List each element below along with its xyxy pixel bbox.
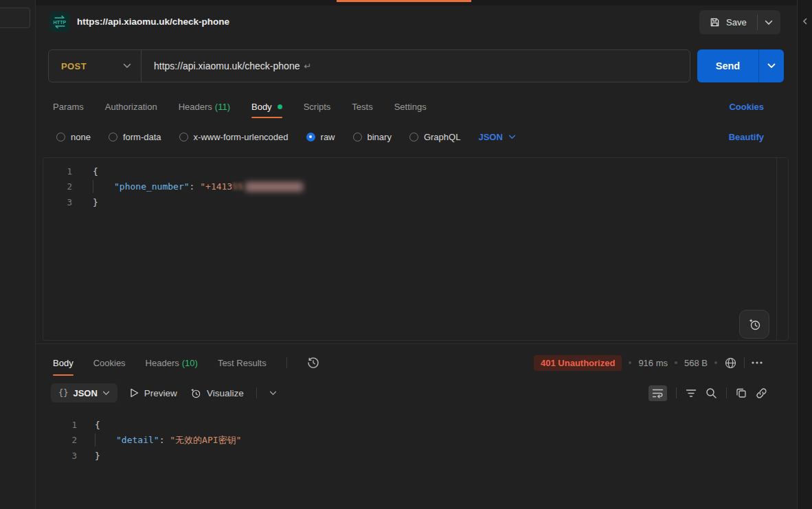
mode-form-data[interactable]: form-data [109,132,161,142]
svg-text:HTTP: HTTP [54,19,67,25]
network-globe-icon[interactable] [724,357,737,370]
workspace-tab-strip [36,0,797,5]
send-dropdown-button[interactable] [759,49,784,82]
tab-headers[interactable]: Headers(11) [179,95,230,118]
collapsed-sidebar-tab[interactable] [0,8,30,28]
separator-dot [629,361,631,364]
language-selector[interactable]: JSON [478,132,515,142]
radio-icon [109,133,117,142]
status-divider [744,357,745,368]
request-header: HTTP https://api.xiaomu.uk/check-phone S… [36,5,797,41]
send-button-group: Send [697,49,784,82]
radio-icon [179,133,188,142]
request-tabs: Params Authorization Headers(11) Body Sc… [36,95,797,118]
res-tab-test-results[interactable]: Test Results [218,350,267,376]
response-toolbar: {} JSON Preview Visualize [36,383,797,403]
response-panel: Body Cookies Headers(10) Test Results 40… [36,343,797,509]
request-url-bar: POST https://api.xiaomu.uk/check-phone ↵ [48,49,690,82]
method-selector[interactable]: POST [49,61,123,71]
tab-params[interactable]: Params [53,95,84,118]
radio-selected-icon [306,133,315,142]
body-mode-row: none form-data x-www-form-urlencoded raw… [36,126,797,147]
right-sidebar-rail [797,0,812,509]
left-sidebar-rail [0,0,36,509]
play-icon [130,388,139,398]
url-return-hint: ↵ [304,61,311,71]
response-history-icon[interactable] [307,357,319,369]
visualize-button[interactable]: Visualize [190,387,244,399]
toolbar-divider [256,387,257,398]
word-wrap-icon[interactable] [649,385,667,401]
indent-guide [93,180,93,193]
more-options-icon[interactable] [752,361,763,364]
radio-icon [409,133,418,142]
postbot-button[interactable] [739,310,769,339]
mode-binary[interactable]: binary [353,132,392,142]
request-body-editor[interactable]: 1 { 2 "phone_number": "+141355 3 } [43,157,789,341]
response-size[interactable]: 568 B [684,358,708,368]
url-input[interactable]: https://api.xiaomu.uk/check-phone [142,60,300,71]
filter-icon[interactable] [686,389,697,398]
radio-icon [56,133,65,142]
response-tabs: Body Cookies Headers(10) Test Results 40… [36,350,797,376]
response-tools-right [649,385,767,401]
collapse-panel-icon[interactable] [802,18,808,25]
redacted-phone-value [245,182,303,192]
copy-icon[interactable] [736,387,747,398]
beautify-link[interactable]: Beautify [729,132,764,142]
headers-count: (11) [215,102,230,112]
active-tab-indicator [337,0,471,2]
save-button[interactable]: Save [699,10,757,34]
response-format-selector[interactable]: {} JSON [51,383,117,403]
tab-authorization[interactable]: Authorization [105,95,157,118]
tabs-divider [286,357,287,368]
tools-divider [676,387,677,398]
indent-guide [95,433,95,446]
method-caret-icon [123,63,131,69]
tab-body[interactable]: Body [251,95,282,118]
response-status-group: 401 Unauthorized 916 ms 568 B [534,355,763,371]
visualize-sparkle-icon [190,387,201,399]
http-method-icon: HTTP [49,12,70,32]
editor-scroll-gutter[interactable] [776,158,777,340]
send-button[interactable]: Send [697,49,758,82]
tab-tests[interactable]: Tests [352,95,372,118]
code-line: 2 "detail": "无效的API密钥" [36,433,797,449]
save-icon [710,17,720,27]
body-modified-dot [278,104,282,109]
res-headers-count: (10) [182,358,198,368]
radio-icon [353,133,362,142]
save-button-group: Save [699,10,780,34]
mode-graphql[interactable]: GraphQL [409,132,460,142]
tab-settings[interactable]: Settings [394,95,427,118]
request-title: https://api.xiaomu.uk/check-phone [77,16,229,27]
code-line: 1 { [36,417,797,433]
separator-dot [714,361,717,364]
code-line: 3 } [36,448,797,464]
mode-urlencoded[interactable]: x-www-form-urlencoded [179,132,289,142]
separator-dot [675,361,677,364]
format-options-caret[interactable] [269,391,277,396]
response-body-viewer[interactable]: 1 { 2 "detail": "无效的API密钥" 3 } [36,411,797,464]
res-tab-cookies[interactable]: Cookies [93,350,126,376]
code-line: 1 { [43,163,788,179]
code-line: 2 "phone_number": "+141355 [43,179,788,195]
save-dropdown-button[interactable] [758,10,780,34]
response-time[interactable]: 916 ms [638,358,668,368]
code-line: 3 } [43,194,788,210]
search-icon[interactable] [706,387,717,399]
mode-none[interactable]: none [56,132,91,142]
res-tab-body[interactable]: Body [53,350,74,376]
tab-scripts[interactable]: Scripts [304,95,331,118]
mode-raw[interactable]: raw [306,132,335,142]
link-icon[interactable] [756,387,767,399]
preview-button[interactable]: Preview [130,388,177,398]
save-button-label: Save [726,17,747,27]
tools-divider [726,387,727,398]
cookies-link[interactable]: Cookies [729,102,764,112]
request-code: 1 { 2 "phone_number": "+141355 3 } [43,158,788,210]
res-tab-headers[interactable]: Headers(10) [146,350,198,376]
status-badge[interactable]: 401 Unauthorized [534,355,622,371]
